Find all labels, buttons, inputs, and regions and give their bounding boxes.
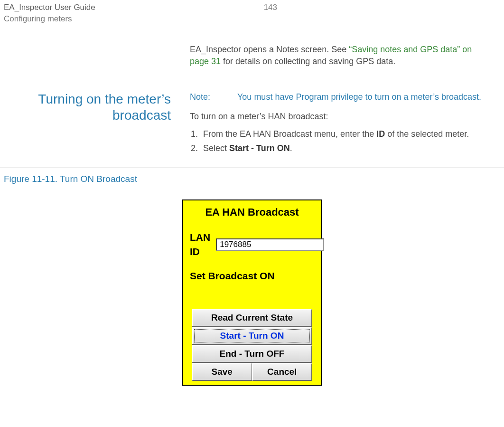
intro-paragraph: EA_Inspector opens a Notes screen. See “… [190, 44, 485, 67]
read-current-state-button[interactable]: Read Current State [192, 309, 312, 327]
device-screenshot: EA HAN Broadcast LAN ID Set Broadcast ON… [182, 199, 322, 386]
lan-id-input[interactable] [216, 238, 324, 251]
note-text: You must have Program privilege to turn … [237, 91, 485, 103]
device-title: EA HAN Broadcast [183, 205, 321, 220]
broadcast-status: Set Broadcast ON [183, 269, 321, 283]
page-number: 143 [264, 2, 277, 25]
page-header: EA_Inspector User Guide Configuring mete… [0, 0, 504, 25]
procedure-steps: From the EA HAN Broadcast menu, enter th… [200, 128, 485, 154]
figure-divider [0, 168, 504, 168]
figure-caption: Figure 11-11. Turn ON Broadcast [4, 173, 504, 186]
step-1: From the EA HAN Broadcast menu, enter th… [200, 128, 485, 140]
end-turn-off-button[interactable]: End - Turn OFF [192, 345, 312, 363]
procedure-intro: To turn on a meter’s HAN broadcast: [190, 111, 485, 123]
cancel-button[interactable]: Cancel [252, 363, 313, 381]
note-label: Note: [190, 91, 218, 103]
section-heading: Turning on the meter’s broadcast [0, 91, 171, 156]
lan-id-label: LAN ID [190, 230, 210, 258]
start-turn-on-button[interactable]: Start - Turn ON [192, 327, 312, 345]
step-2: Select Start - Turn ON. [200, 142, 485, 154]
intro-prefix: EA_Inspector opens a Notes screen. See [190, 45, 349, 54]
guide-title: EA_Inspector User Guide [4, 2, 95, 13]
intro-suffix: for details on collecting and saving GPS… [221, 57, 395, 66]
save-button[interactable]: Save [192, 363, 252, 381]
guide-section: Configuring meters [4, 13, 95, 25]
note-block: Note: You must have Program privilege to… [190, 91, 485, 103]
